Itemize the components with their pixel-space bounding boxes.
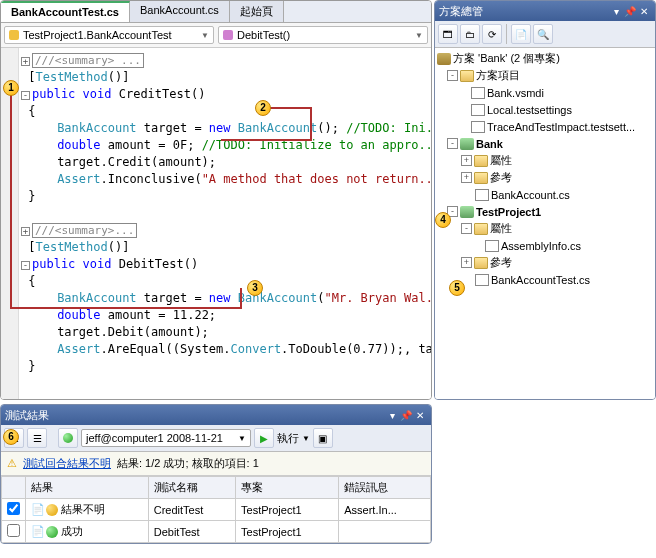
class-selector[interactable]: TestProject1.BankAccountTest ▼	[4, 26, 214, 44]
test-run-label: jeff@computer1 2008-11-21	[86, 432, 223, 444]
show-all-button[interactable]: 🗀	[460, 24, 480, 44]
tree-item[interactable]: Bank.vsmdi	[487, 87, 544, 99]
view-button[interactable]: 🔍	[533, 24, 553, 44]
class-icon	[9, 30, 19, 40]
file-icon	[471, 121, 485, 133]
tree-item[interactable]: 參考	[490, 170, 512, 185]
tree-item[interactable]: BankAccountTest.cs	[491, 274, 590, 286]
run-label: 執行	[277, 431, 299, 446]
pin-icon[interactable]: 📌	[399, 410, 413, 421]
tab-bankaccount[interactable]: BankAccount.cs	[130, 1, 230, 22]
solution-root[interactable]: 方案 'Bank' (2 個專案)	[453, 51, 560, 66]
method-icon	[223, 30, 233, 40]
pane-title: 測試結果	[5, 408, 49, 423]
tab-bankaccounttest[interactable]: BankAccountTest.cs	[1, 1, 130, 22]
properties-button[interactable]: 🗔	[438, 24, 458, 44]
code-view-button[interactable]: 📄	[511, 24, 531, 44]
folder-icon	[474, 257, 488, 269]
project-icon	[460, 138, 474, 150]
tree-item[interactable]: 屬性	[490, 221, 512, 236]
file-icon	[471, 87, 485, 99]
run-checked-button[interactable]: ▶	[254, 428, 274, 448]
col-project[interactable]: 專案	[236, 477, 339, 499]
project-name: TestProject1	[236, 499, 339, 521]
chevron-down-icon: ▼	[201, 31, 209, 40]
filter-button[interactable]: ☰	[27, 428, 47, 448]
close-icon[interactable]: ✕	[413, 410, 427, 421]
solution-icon	[437, 53, 451, 65]
project-name: TestProject1	[236, 521, 339, 543]
status-ok-icon	[46, 526, 58, 538]
file-icon: 📄	[31, 525, 45, 538]
pane-title: 方案總管	[439, 4, 483, 19]
code-content: +///<summary> ... [TestMethod()] -public…	[19, 48, 431, 399]
callout-6: 6	[3, 429, 19, 445]
tree-item[interactable]: BankAccount.cs	[491, 189, 570, 201]
solution-toolbar: 🗔 🗀 ⟳ 📄 🔍	[435, 21, 655, 48]
pin-icon[interactable]: 📌	[623, 6, 637, 17]
error-msg: Assert.In...	[339, 499, 431, 521]
warn-link[interactable]: 測試回合結果不明	[23, 456, 111, 471]
test-results-table: 結果 測試名稱 專案 錯誤訊息 📄 結果不明 CreditTest TestPr…	[1, 476, 431, 543]
warn-text: 結果: 1/2 成功; 核取的項目: 1	[117, 456, 259, 471]
tree-item[interactable]: TraceAndTestImpact.testsett...	[487, 121, 635, 133]
dropdown-icon[interactable]: ▾	[609, 6, 623, 17]
status-warn-icon	[46, 504, 58, 516]
class-label: TestProject1.BankAccountTest	[23, 29, 172, 41]
file-icon: 📄	[31, 503, 45, 516]
callout-1: 1	[3, 80, 19, 96]
dropdown-icon[interactable]: ▾	[385, 410, 399, 421]
editor-tab-strip: BankAccountTest.cs BankAccount.cs 起始頁	[1, 1, 431, 23]
tree-item[interactable]: Local.testsettings	[487, 104, 572, 116]
debug-button[interactable]: ▣	[313, 428, 333, 448]
test-name: DebitTest	[148, 521, 235, 543]
fold-icon[interactable]: +	[21, 57, 30, 66]
row-checkbox[interactable]	[7, 524, 20, 537]
file-icon	[485, 240, 499, 252]
code-editor[interactable]: 1 2 3 +///<summary> ... [TestMethod()] -…	[1, 48, 431, 399]
table-row[interactable]: 📄 成功 DebitTest TestProject1	[2, 521, 431, 543]
close-icon[interactable]: ✕	[637, 6, 651, 17]
error-msg	[339, 521, 431, 543]
code-gutter	[1, 48, 19, 399]
result-text: 結果不明	[61, 503, 105, 515]
tree-item[interactable]: AssemblyInfo.cs	[501, 240, 581, 252]
test-results-pane: 6 測試結果 ▾ 📌 ✕ ☷ ☰ jeff@computer1 2008-11-…	[0, 404, 432, 544]
tree-item[interactable]: Bank	[476, 138, 503, 150]
solution-explorer-pane: 方案總管 ▾ 📌 ✕ 🗔 🗀 ⟳ 📄 🔍 4 5 方案 'Bank' (2 個專…	[434, 0, 656, 400]
col-name[interactable]: 測試名稱	[148, 477, 235, 499]
fold-icon[interactable]: -	[21, 261, 30, 270]
expand-icon[interactable]: +	[461, 155, 472, 166]
test-name: CreditTest	[148, 499, 235, 521]
file-icon	[471, 104, 485, 116]
project-icon	[460, 206, 474, 218]
row-checkbox[interactable]	[7, 502, 20, 515]
test-run-selector[interactable]: jeff@computer1 2008-11-21 ▼	[81, 429, 251, 447]
folder-icon	[474, 172, 488, 184]
col-result[interactable]: 結果	[26, 477, 149, 499]
tree-item[interactable]: 參考	[490, 255, 512, 270]
fold-icon[interactable]: +	[21, 227, 30, 236]
expand-icon[interactable]: +	[461, 172, 472, 183]
callout-3: 3	[247, 280, 263, 296]
tree-item[interactable]: 方案項目	[476, 68, 520, 83]
method-selector[interactable]: DebitTest() ▼	[218, 26, 428, 44]
run-button[interactable]	[58, 428, 78, 448]
expand-icon[interactable]: -	[447, 138, 458, 149]
tab-start-page[interactable]: 起始頁	[230, 1, 284, 22]
expand-icon[interactable]: -	[447, 70, 458, 81]
expand-icon[interactable]: +	[461, 257, 472, 268]
expand-icon[interactable]: -	[461, 223, 472, 234]
callout-2: 2	[255, 100, 271, 116]
tree-item[interactable]: TestProject1	[476, 206, 541, 218]
callout-5: 5	[449, 280, 465, 296]
solution-tree[interactable]: 4 5 方案 'Bank' (2 個專案) -方案項目 Bank.vsmdi L…	[435, 48, 655, 399]
col-error[interactable]: 錯誤訊息	[339, 477, 431, 499]
chevron-down-icon[interactable]: ▼	[302, 434, 310, 443]
fold-icon[interactable]: -	[21, 91, 30, 100]
refresh-button[interactable]: ⟳	[482, 24, 502, 44]
tree-item[interactable]: 屬性	[490, 153, 512, 168]
file-icon	[475, 274, 489, 286]
chevron-down-icon: ▼	[238, 434, 246, 443]
table-row[interactable]: 📄 結果不明 CreditTest TestProject1 Assert.In…	[2, 499, 431, 521]
